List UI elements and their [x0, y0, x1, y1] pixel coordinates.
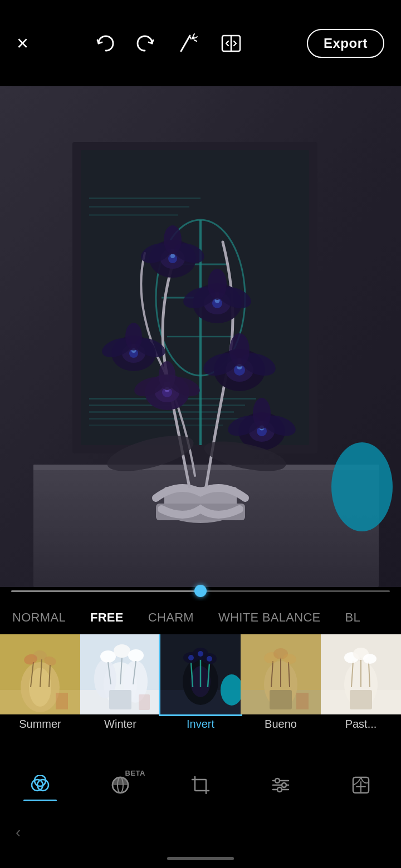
compare-button[interactable] [221, 33, 241, 53]
filter-item-invert[interactable]: Invert [160, 634, 241, 743]
edit-slider[interactable] [0, 579, 401, 603]
close-button[interactable]: × [17, 33, 28, 53]
svg-point-150 [282, 783, 286, 787]
svg-line-3 [194, 40, 197, 41]
tab-blur[interactable]: BL [333, 601, 373, 634]
filter-item-winter[interactable]: Winter [80, 634, 160, 743]
svg-point-149 [275, 778, 280, 783]
filter-thumb-paste [321, 634, 401, 714]
crop-icon-svg [190, 775, 211, 795]
filter-label-summer: Summer [0, 718, 80, 733]
svg-point-5 [193, 37, 194, 38]
svg-point-112 [207, 656, 212, 662]
nav-item-heal[interactable] [349, 773, 373, 801]
slider-fill [11, 590, 200, 592]
home-indicator [167, 857, 234, 860]
filter-thumb-invert [160, 634, 241, 714]
magic-wand-icon [179, 33, 199, 53]
svg-line-0 [181, 36, 190, 51]
effects-icon: BETA [109, 773, 132, 797]
undo-icon [94, 33, 114, 53]
svg-point-151 [277, 787, 282, 792]
effects-icon-svg [110, 775, 130, 795]
svg-point-93 [114, 644, 130, 658]
svg-point-92 [100, 650, 116, 663]
nav-item-effects[interactable]: BETA [109, 773, 132, 801]
tab-normal[interactable]: NORMAL [0, 601, 78, 634]
tab-charm[interactable]: CHARM [136, 601, 206, 634]
svg-line-2 [195, 37, 197, 38]
filter-label-invert: Invert [160, 718, 241, 733]
nav-item-adjust[interactable] [269, 773, 292, 801]
color-icon-svg [30, 775, 50, 795]
redo-button[interactable] [136, 33, 157, 53]
slider-thumb[interactable] [194, 585, 207, 597]
filter-item-paste[interactable]: Past... [321, 634, 401, 743]
filter-item-summer[interactable]: Summer [0, 634, 80, 743]
back-chevron[interactable]: ‹ [16, 823, 21, 841]
color-circles-icon [28, 773, 52, 797]
filter-tabs: NORMAL FREE CHARM WHITE BALANCE BL [0, 601, 401, 634]
svg-point-110 [198, 651, 203, 657]
svg-point-133 [363, 654, 376, 664]
svg-rect-98 [109, 690, 131, 709]
tab-free[interactable]: FREE [78, 601, 136, 634]
svg-line-1 [193, 34, 194, 36]
magic-wand-button[interactable] [179, 33, 199, 53]
slider-track [11, 590, 390, 592]
top-toolbar: × [0, 0, 401, 86]
nav-item-crop[interactable] [189, 773, 212, 801]
main-image [0, 86, 401, 587]
adjust-icon-svg [271, 775, 291, 795]
svg-rect-86 [56, 693, 68, 709]
bottom-nav: BETA [0, 762, 401, 812]
svg-rect-141 [195, 780, 206, 791]
filter-thumb-summer [0, 634, 80, 714]
crop-icon [189, 773, 212, 797]
main-image-area [0, 86, 401, 587]
redo-icon [136, 33, 157, 53]
filter-item-bueno[interactable]: Bueno [241, 634, 321, 743]
filter-thumbnails: Summer Winter [0, 634, 401, 743]
compare-icon [221, 33, 241, 53]
heal-icon [349, 773, 373, 797]
adjust-icon [269, 773, 292, 797]
nav-item-color[interactable] [28, 773, 52, 801]
heal-icon-svg [351, 775, 371, 795]
svg-point-108 [188, 655, 194, 660]
filter-label-bueno: Bueno [241, 718, 321, 733]
filter-thumb-bueno [241, 634, 321, 714]
beta-badge: BETA [125, 769, 145, 777]
svg-rect-134 [350, 690, 372, 709]
filter-thumb-winter [80, 634, 160, 714]
svg-rect-99 [139, 694, 150, 710]
svg-rect-75 [0, 86, 401, 587]
undo-button[interactable] [94, 33, 114, 53]
svg-point-94 [128, 649, 144, 662]
export-button[interactable]: Export [307, 29, 384, 58]
filter-label-paste: Past... [321, 718, 401, 733]
svg-rect-124 [296, 693, 309, 709]
svg-rect-123 [270, 690, 292, 709]
svg-line-4 [190, 37, 191, 39]
tab-white-balance[interactable]: WHITE BALANCE [206, 601, 333, 634]
filter-label-winter: Winter [80, 718, 160, 733]
